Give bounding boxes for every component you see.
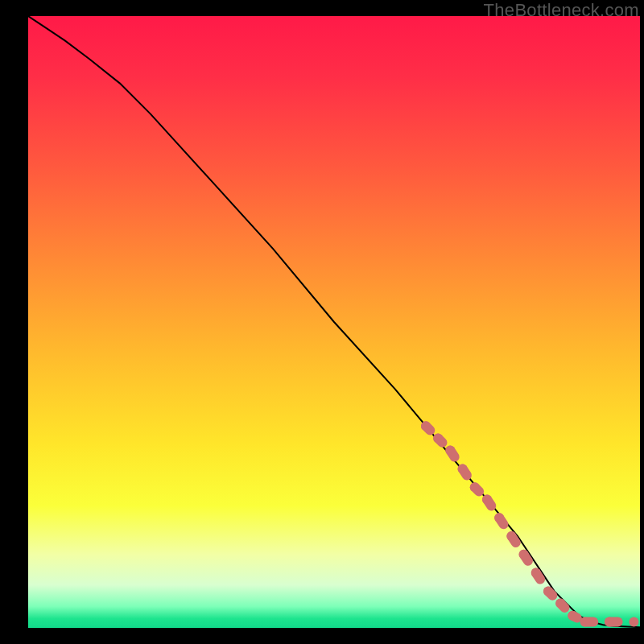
dot-dash <box>572 616 576 618</box>
dot-dash <box>438 438 442 442</box>
dot-dash <box>511 536 515 543</box>
dot-dash <box>475 487 479 491</box>
dot-dash <box>426 426 430 430</box>
dot-dash <box>560 604 564 608</box>
dot-dash <box>487 499 491 506</box>
dot-dash <box>536 573 540 580</box>
dot <box>629 617 638 626</box>
dot-dash <box>450 451 454 457</box>
chart-stage: TheBottleneck.com <box>0 0 644 644</box>
bottleneck-chart <box>28 16 640 628</box>
dot-dash <box>548 591 552 595</box>
dot-dash <box>499 518 503 524</box>
dot-dash <box>463 469 467 475</box>
dot-dash <box>524 555 528 561</box>
